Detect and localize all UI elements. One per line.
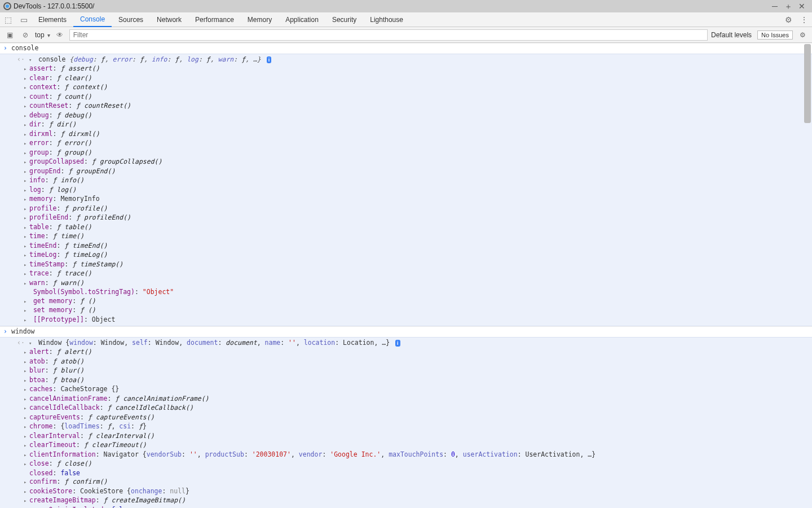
expand-caret-icon[interactable] <box>24 459 29 467</box>
scrollbar-thumb[interactable] <box>804 44 811 123</box>
object-property-row[interactable]: groupEnd: ƒ groupEnd() <box>3 167 812 177</box>
object-property-row[interactable]: error: ƒ error() <box>3 139 812 148</box>
log-levels-dropdown[interactable]: Default levels <box>711 31 754 39</box>
expand-caret-icon[interactable] <box>24 260 29 268</box>
expand-caret-icon[interactable] <box>24 204 29 212</box>
expand-caret-icon[interactable] <box>24 385 29 393</box>
tab-security[interactable]: Security <box>325 12 363 27</box>
clear-console-icon[interactable]: ⊘ <box>19 31 32 39</box>
object-property-row[interactable]: profileEnd: ƒ profileEnd() <box>3 213 812 223</box>
expand-caret-icon[interactable] <box>24 130 29 138</box>
object-property-row[interactable]: assert: ƒ assert() <box>3 64 812 74</box>
object-property-row[interactable]: createImageBitmap: ƒ createImageBitmap() <box>3 496 812 506</box>
expand-caret-icon[interactable] <box>24 487 29 495</box>
expand-caret-icon[interactable] <box>24 432 29 440</box>
object-property-row[interactable]: group: ƒ group() <box>3 148 812 158</box>
inspect-element-icon[interactable]: ⬚ <box>0 15 16 24</box>
expand-caret-icon[interactable] <box>24 223 29 231</box>
object-property-row[interactable]: timeStamp: ƒ timeStamp() <box>3 260 812 270</box>
expand-caret-icon[interactable] <box>24 441 29 449</box>
info-badge-icon[interactable]: i <box>267 56 272 63</box>
object-property-row[interactable]: caches: CacheStorage {} <box>3 385 812 395</box>
object-property-row[interactable]: clientInformation: Navigator {vendorSub:… <box>3 450 812 460</box>
expand-caret-icon[interactable] <box>24 74 29 82</box>
window-close-button[interactable]: ✕ <box>795 2 809 10</box>
tab-sources[interactable]: Sources <box>112 12 150 27</box>
expand-caret-icon[interactable] <box>24 83 29 91</box>
object-property-row[interactable]: trace: ƒ trace() <box>3 269 812 279</box>
object-property-row[interactable]: context: ƒ context() <box>3 83 812 93</box>
expand-caret-icon[interactable] <box>29 339 34 347</box>
expand-caret-icon[interactable] <box>24 148 29 156</box>
tab-network[interactable]: Network <box>150 12 188 27</box>
expand-caret-icon[interactable] <box>24 102 29 110</box>
tab-application[interactable]: Application <box>279 12 325 27</box>
expand-caret-icon[interactable] <box>24 269 29 277</box>
window-maximize-button[interactable]: ＋ <box>782 2 795 10</box>
expand-caret-icon[interactable] <box>24 496 29 504</box>
object-summary-row[interactable]: ‹· Window {window: Window, self: Window,… <box>3 339 812 348</box>
device-toggle-icon[interactable]: ▭ <box>16 15 32 24</box>
object-property-row[interactable]: chrome: {loadTimes: ƒ, csi: ƒ} <box>3 422 812 432</box>
console-input-row[interactable]: › console <box>0 43 812 54</box>
object-property-row[interactable]: clearTimeout: ƒ clearTimeout() <box>3 441 812 450</box>
object-property-row[interactable]: blur: ƒ blur() <box>3 366 812 376</box>
execution-context-dropdown[interactable]: top <box>35 31 50 39</box>
object-property-row[interactable]: dir: ƒ dir() <box>3 120 812 130</box>
tab-elements[interactable]: Elements <box>32 12 73 27</box>
expand-caret-icon[interactable] <box>24 157 29 165</box>
expand-caret-icon[interactable] <box>24 186 29 194</box>
object-property-row[interactable]: dirxml: ƒ dirxml() <box>3 130 812 139</box>
object-property-row[interactable]: Symbol(Symbol.toStringTag): "Object" <box>3 288 812 297</box>
kebab-menu-icon[interactable]: ⋮ <box>796 15 812 24</box>
expand-caret-icon[interactable] <box>24 213 29 221</box>
expand-caret-icon[interactable] <box>24 366 29 374</box>
expand-caret-icon[interactable] <box>29 55 34 63</box>
tab-lighthouse[interactable]: Lighthouse <box>363 12 410 27</box>
window-minimize-button[interactable]: ─ <box>768 2 782 10</box>
object-property-row[interactable]: cancelAnimationFrame: ƒ cancelAnimationF… <box>3 395 812 404</box>
expand-caret-icon[interactable] <box>24 242 29 249</box>
object-property-row[interactable]: crossOriginIsolated: false <box>3 506 812 509</box>
object-property-row[interactable]: timeLog: ƒ timeLog() <box>3 251 812 260</box>
no-issues-badge[interactable]: No Issues <box>757 30 793 40</box>
expand-caret-icon[interactable] <box>24 279 29 287</box>
console-input-row[interactable]: › window <box>0 326 812 337</box>
expand-caret-icon[interactable] <box>24 306 29 314</box>
expand-caret-icon[interactable] <box>24 297 29 305</box>
tab-memory[interactable]: Memory <box>241 12 279 27</box>
console-settings-gear-icon[interactable]: ⚙ <box>796 31 809 39</box>
object-property-row[interactable]: close: ƒ close() <box>3 459 812 469</box>
object-summary-row[interactable]: ‹· console {debug: ƒ, error: ƒ, info: ƒ,… <box>3 55 812 65</box>
expand-caret-icon[interactable] <box>24 422 29 430</box>
expand-caret-icon[interactable] <box>24 167 29 175</box>
object-property-row[interactable]: profile: ƒ profile() <box>3 204 812 214</box>
object-property-row[interactable]: debug: ƒ debug() <box>3 111 812 121</box>
object-property-row[interactable]: [[Prototype]]: Object <box>3 316 812 325</box>
expand-caret-icon[interactable] <box>24 93 29 100</box>
expand-caret-icon[interactable] <box>24 232 29 240</box>
object-property-row[interactable]: btoa: ƒ btoa() <box>3 376 812 386</box>
expand-caret-icon[interactable] <box>24 139 29 147</box>
object-property-row[interactable]: time: ƒ time() <box>3 232 812 242</box>
live-expression-icon[interactable]: 👁 <box>54 31 66 39</box>
object-property-row[interactable]: cookieStore: CookieStore {onchange: null… <box>3 487 812 497</box>
expand-caret-icon[interactable] <box>24 404 29 411</box>
expand-caret-icon[interactable] <box>24 413 29 421</box>
expand-caret-icon[interactable] <box>24 348 29 356</box>
object-property-row[interactable]: clear: ƒ clear() <box>3 74 812 84</box>
expand-caret-icon[interactable] <box>24 316 29 323</box>
expand-caret-icon[interactable] <box>24 195 29 203</box>
object-property-row[interactable]: atob: ƒ atob() <box>3 357 812 367</box>
toggle-sidebar-icon[interactable]: ▣ <box>3 31 16 39</box>
object-property-row[interactable]: clearInterval: ƒ clearInterval() <box>3 432 812 441</box>
expand-caret-icon[interactable] <box>24 376 29 384</box>
expand-caret-icon[interactable] <box>24 450 29 458</box>
object-property-row[interactable]: info: ƒ info() <box>3 176 812 186</box>
object-property-row[interactable]: log: ƒ log() <box>3 186 812 195</box>
expand-caret-icon[interactable] <box>24 357 29 365</box>
object-property-row[interactable]: alert: ƒ alert() <box>3 348 812 357</box>
object-property-row[interactable]: set memory: ƒ () <box>3 306 812 316</box>
expand-caret-icon[interactable] <box>24 395 29 402</box>
expand-caret-icon[interactable] <box>24 111 29 119</box>
